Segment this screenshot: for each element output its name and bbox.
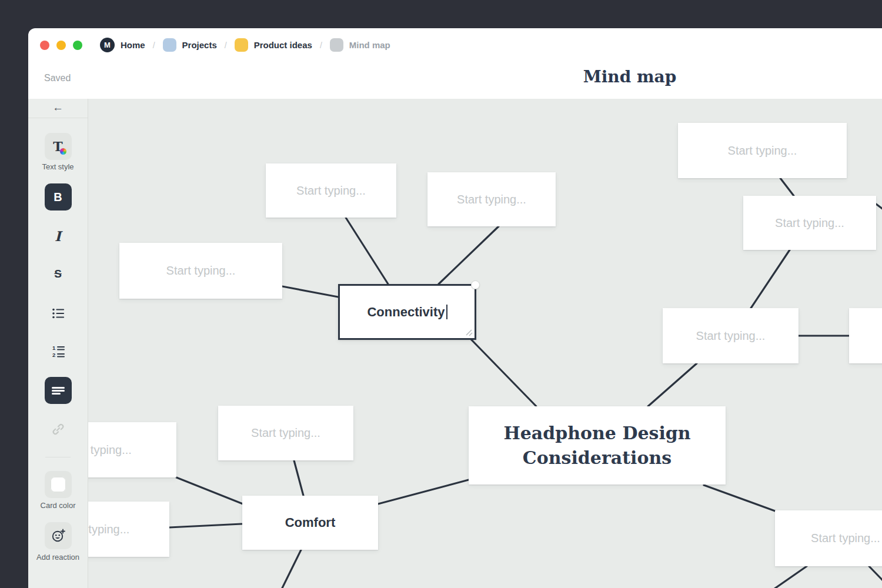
- node-placeholder-text: Start typing...: [251, 426, 320, 440]
- close-window-button[interactable]: [40, 41, 49, 50]
- mindmap-node-right-mid[interactable]: Start typing...: [663, 308, 799, 363]
- mindmap-node-top-right[interactable]: Start typing...: [678, 123, 847, 178]
- breadcrumb-separator: /: [320, 41, 322, 50]
- bullet-list-icon: [51, 307, 65, 320]
- board-icon-yellow: [235, 38, 248, 52]
- mindmap-node-connectivity[interactable]: Connectivity: [338, 284, 476, 340]
- save-status: Saved: [44, 73, 71, 83]
- connector: [176, 477, 243, 504]
- connector: [876, 204, 882, 211]
- breadcrumb-projects[interactable]: Projects: [163, 38, 217, 52]
- connector: [282, 286, 338, 297]
- connector: [772, 566, 807, 588]
- strikethrough-button[interactable]: S: [45, 260, 72, 288]
- card-color-label: Card color: [28, 501, 88, 510]
- title-bar: M Home / Projects / Product ideas / Mind…: [28, 28, 882, 62]
- svg-text:1: 1: [52, 345, 56, 351]
- breadcrumb: M Home / Projects / Product ideas / Mind…: [100, 38, 390, 52]
- italic-icon: I: [55, 228, 61, 244]
- node-placeholder-text: Start typing...: [88, 443, 132, 457]
- breadcrumb-product-ideas[interactable]: Product ideas: [235, 38, 312, 52]
- mindmap-canvas[interactable]: Start typing...Start typing...Start typi…: [88, 99, 882, 588]
- node-placeholder-text: Start typing...: [88, 523, 129, 536]
- mindmap-node-right-upper[interactable]: Start typing...: [743, 196, 876, 250]
- text-style-label: Text style: [28, 162, 88, 171]
- breadcrumb-separator: /: [225, 41, 227, 50]
- page-title[interactable]: Mind map: [583, 67, 677, 86]
- toolbar-divider: [28, 118, 88, 118]
- mindmap-node-left-edge-upper[interactable]: Start typing...: [88, 422, 176, 477]
- strikethrough-icon: S: [54, 268, 62, 280]
- connector: [648, 363, 697, 406]
- svg-text:2: 2: [52, 352, 55, 358]
- connector: [704, 485, 775, 511]
- mindmap-node-mid-left[interactable]: Start typing...: [218, 406, 353, 460]
- board-icon-blue: [163, 38, 176, 52]
- link-button[interactable]: [45, 416, 72, 443]
- node-text: Comfort: [285, 515, 336, 530]
- mindmap-node-left[interactable]: Start typing...: [119, 243, 282, 299]
- board-icon-gray: [330, 38, 343, 52]
- connector: [346, 218, 388, 284]
- text-style-button[interactable]: T: [45, 133, 72, 160]
- node-placeholder-text: Start typing...: [457, 193, 526, 206]
- numbered-list-button[interactable]: 12: [45, 338, 72, 365]
- connector: [378, 480, 469, 504]
- connector: [169, 524, 242, 527]
- node-placeholder-text: Start typing...: [296, 184, 366, 198]
- bold-icon: B: [54, 191, 62, 204]
- node-placeholder-text: Start typing...: [696, 329, 766, 343]
- bold-button[interactable]: B: [45, 183, 72, 211]
- italic-button[interactable]: I: [45, 222, 72, 249]
- mindmap-node-comfort[interactable]: Comfort: [242, 496, 378, 550]
- add-reaction-label: Add reaction: [28, 553, 88, 562]
- format-toolbar: ← T Text style B I S: [28, 99, 88, 588]
- mindmap-node-top-left[interactable]: Start typing...: [266, 163, 396, 218]
- window-controls: [40, 41, 82, 50]
- header-bar: Saved Mind map: [28, 62, 882, 99]
- connector: [751, 250, 790, 308]
- card-color-button[interactable]: [45, 471, 72, 498]
- minimize-window-button[interactable]: [56, 41, 66, 50]
- connector-handle[interactable]: [471, 280, 480, 289]
- node-placeholder-text: Start typing...: [166, 264, 236, 278]
- color-wheel-icon: [60, 148, 66, 155]
- connector: [780, 178, 794, 196]
- mindmap-node-central[interactable]: Headphone Design Considerations: [469, 406, 726, 485]
- add-reaction-icon: [51, 528, 66, 543]
- node-placeholder-text: Start typing...: [811, 532, 880, 545]
- resize-handle[interactable]: [465, 329, 473, 336]
- back-icon[interactable]: ←: [52, 101, 64, 114]
- card-color-swatch-icon: [51, 477, 66, 492]
- add-reaction-button[interactable]: [45, 522, 72, 549]
- breadcrumb-home[interactable]: M Home: [100, 38, 145, 52]
- breadcrumb-label: Projects: [182, 40, 217, 50]
- node-placeholder-text: Start typing...: [775, 216, 844, 230]
- app-window: M Home / Projects / Product ideas / Mind…: [28, 28, 882, 588]
- bullet-list-button[interactable]: [45, 300, 72, 327]
- zoom-window-button[interactable]: [73, 41, 82, 50]
- connector: [294, 460, 303, 496]
- align-button[interactable]: [45, 377, 72, 404]
- connector: [281, 550, 301, 588]
- align-left-icon: [52, 386, 65, 396]
- breadcrumb-label: Mind map: [349, 40, 390, 50]
- connector: [439, 226, 499, 284]
- mindmap-node-right-edge[interactable]: Start typing...: [849, 308, 882, 363]
- breadcrumb-mind-map[interactable]: Mind map: [330, 38, 390, 52]
- connector: [470, 339, 536, 406]
- numbered-list-icon: 12: [51, 345, 65, 359]
- connector: [869, 566, 882, 583]
- link-icon: [51, 422, 65, 436]
- node-placeholder-text: Start typing...: [728, 144, 797, 158]
- mindmap-node-left-edge-lower[interactable]: Start typing...: [88, 502, 169, 557]
- toolbar-divider: [45, 457, 71, 457]
- text-cursor: [446, 305, 447, 319]
- breadcrumb-label: Home: [121, 40, 145, 50]
- node-text: Connectivity: [367, 305, 445, 320]
- mindmap-node-bottom-right[interactable]: Start typing...: [775, 510, 882, 566]
- node-text: Headphone Design Considerations: [469, 421, 726, 469]
- milanote-logo-icon: M: [100, 38, 115, 52]
- breadcrumb-label: Product ideas: [254, 40, 312, 50]
- mindmap-node-top-mid[interactable]: Start typing...: [427, 172, 556, 226]
